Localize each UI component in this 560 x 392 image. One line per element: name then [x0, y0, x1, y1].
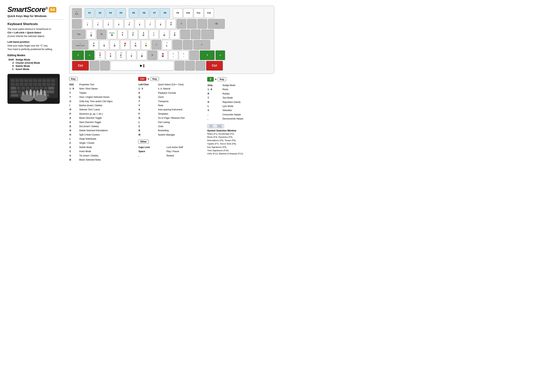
key-1[interactable]: — 1	[82, 19, 92, 29]
k3-top: ♩	[108, 22, 109, 24]
f1-label: F1	[89, 12, 91, 14]
key-f3[interactable]: F3	[106, 8, 115, 18]
v-key: V	[70, 154, 79, 158]
key-backslash[interactable]	[201, 30, 214, 39]
key-lshift[interactable]: ⇧	[72, 50, 84, 60]
k1-top: —	[87, 22, 88, 24]
key-shift-icon[interactable]: ⊙	[85, 50, 94, 60]
key-v[interactable]: ♩ V	[127, 50, 136, 60]
key-f4[interactable]: F4	[116, 8, 126, 18]
key-z[interactable]: ⊗ Z ↩	[95, 50, 105, 60]
key-esc[interactable]: ↖ Esc	[72, 8, 82, 18]
key-f8[interactable]: F8	[160, 8, 170, 18]
key-5[interactable]: 𝅘𝅥𝅯 5	[124, 19, 134, 29]
key-win[interactable]	[100, 61, 110, 70]
key-f1[interactable]: F1	[85, 8, 94, 18]
key-ralt[interactable]	[175, 61, 184, 70]
key-period[interactable]: ⟩ .	[179, 50, 189, 60]
key-u[interactable]: 𝄞 U	[139, 30, 148, 39]
key-f12[interactable]: F12	[204, 8, 214, 18]
key-l[interactable]: 𝄓 L	[162, 40, 172, 50]
shortcut-esc: ESCProperties Tool	[70, 83, 134, 86]
key-s[interactable]: ↕ S	[99, 40, 109, 50]
key-9[interactable]: ⊟ 9	[166, 19, 176, 29]
key-lctrl[interactable]: Ctrl	[72, 61, 89, 70]
scomma-action: Crescendo Hairpin	[222, 113, 272, 117]
key-backspace[interactable]: ⌫	[208, 19, 225, 29]
sl-action: Lyric Mode	[222, 104, 272, 108]
key-shift-cam2[interactable]: ⊙	[215, 50, 225, 60]
shortcut-a: ABeam Direction Toggle	[70, 116, 134, 120]
key-t[interactable]: ³T T	[118, 30, 127, 39]
key-lbracket[interactable]	[180, 30, 190, 39]
key-fn[interactable]	[90, 61, 99, 70]
key-6[interactable]: ♫ 6	[135, 19, 144, 29]
key-rctrl[interactable]: Ctrl	[206, 61, 223, 70]
key-grave[interactable]	[72, 19, 82, 29]
f10-label: F10	[187, 12, 190, 14]
bottom-row: Ctrl ▶ ‖ Ctrl	[72, 61, 271, 70]
key-enter[interactable]: ↵	[193, 40, 210, 50]
other-badge-label: Other	[140, 140, 147, 143]
f-keys-badge: F1 … F12	[207, 124, 224, 128]
x-action: Delete Mode	[79, 145, 134, 149]
b-key: B	[70, 158, 79, 162]
key-comma[interactable]: ⟨ ,	[168, 50, 178, 60]
ke-main: R	[111, 34, 113, 37]
ctrl-b: BBracketing	[139, 129, 203, 132]
shift-comma: ,Crescendo Hairpin	[208, 113, 272, 117]
key-a[interactable]: ⟲ A	[89, 40, 99, 50]
key-b[interactable]: ♫ B	[137, 50, 147, 60]
key-c[interactable]: 🎵 C Vel.	[116, 50, 126, 60]
key-d[interactable]: • D	[110, 40, 120, 50]
key-quote[interactable]	[183, 40, 193, 50]
key-m[interactable]: ▦ M	[158, 50, 168, 60]
key-rbracket[interactable]	[191, 30, 200, 39]
key-y[interactable]: 🔄 Y	[128, 30, 138, 39]
key-f5[interactable]: F5	[129, 8, 139, 18]
key-f6[interactable]: F6	[139, 8, 149, 18]
key-h[interactable]: ✋ H	[141, 40, 151, 50]
key-j[interactable]: J	[151, 40, 161, 50]
shortcut-i: IBarline (Insert / Delete)	[70, 104, 134, 107]
key-p[interactable]: p P	[170, 30, 180, 39]
key-f2[interactable]: F2	[95, 8, 105, 18]
key-tab[interactable]: Tab	[72, 30, 86, 39]
key-3[interactable]: ♩ 3	[103, 19, 113, 29]
key-f7[interactable]: F7	[150, 8, 160, 18]
ki-top: |	[154, 32, 154, 34]
key-8[interactable]: 𝅝 8	[156, 19, 165, 29]
key-semicolon[interactable]	[172, 40, 182, 50]
key-rshift[interactable]: ⇧	[200, 50, 215, 60]
key-4[interactable]: ♪ 4	[114, 19, 124, 29]
key-f[interactable]: ▦ F	[120, 40, 130, 50]
key-n[interactable]: N	[148, 50, 157, 60]
key-w[interactable]: W	[97, 30, 106, 39]
1-9-action: Note / Rest Values	[79, 87, 134, 90]
key-capslock[interactable]: ⇪ Caps Lock	[72, 40, 88, 50]
key-q[interactable]: 🔍 Q	[86, 30, 96, 39]
svg-rect-6	[29, 79, 32, 82]
shift-v: VVelocities	[208, 109, 272, 112]
key-minus[interactable]	[187, 19, 197, 29]
key-e[interactable]: Rubato R	[107, 30, 117, 39]
kperiod-main: .	[183, 55, 184, 58]
key-f11[interactable]: F11	[194, 8, 203, 18]
key-g[interactable]: ⊗ G	[131, 40, 140, 50]
ctrl-t: TTranspose	[139, 100, 203, 103]
key-slash[interactable]: .	[189, 50, 199, 60]
key-space[interactable]: ▶ ‖	[110, 61, 174, 70]
key-f9[interactable]: F9	[173, 8, 182, 18]
key-x[interactable]: ⊗ X	[106, 50, 115, 60]
key-i[interactable]: | I	[149, 30, 159, 39]
key-equals[interactable]	[198, 19, 207, 29]
key-rmenu[interactable]	[185, 61, 195, 70]
u-action: Unify Key, Time and/or Clef Signs	[79, 100, 134, 103]
key-rwin[interactable]	[196, 61, 205, 70]
shift-l: LLyric Mode	[208, 104, 272, 108]
key-2[interactable]: 𝄽 2	[93, 19, 103, 29]
key-o[interactable]: □ O	[160, 30, 169, 39]
key-0[interactable]: 0	[177, 19, 186, 29]
key-7[interactable]: 𝅗𝅥 7	[145, 19, 155, 29]
key-f10[interactable]: F10	[183, 8, 193, 18]
